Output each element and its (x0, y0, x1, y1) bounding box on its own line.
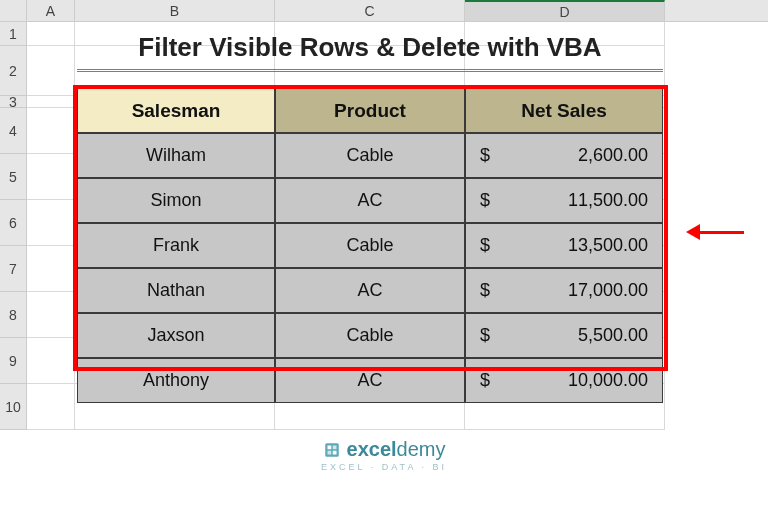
cell-salesman[interactable]: Jaxson (77, 313, 275, 358)
cell-A5[interactable] (27, 154, 75, 200)
svg-rect-1 (327, 445, 331, 449)
currency-symbol: $ (480, 190, 490, 211)
cell-A7[interactable] (27, 246, 75, 292)
cell-product[interactable]: Cable (275, 223, 465, 268)
currency-symbol: $ (480, 370, 490, 391)
arrow-indicator (686, 222, 746, 242)
cell-A1[interactable] (27, 22, 75, 46)
svg-rect-0 (325, 443, 339, 457)
cell-A8[interactable] (27, 292, 75, 338)
cell-product[interactable]: AC (275, 358, 465, 403)
page-title-text: Filter Visible Rows & Delete with VBA (138, 32, 601, 63)
arrow-left-icon (686, 224, 700, 240)
column-header-D[interactable]: D (465, 0, 665, 21)
brand-row: exceldemy (0, 438, 768, 461)
svg-rect-4 (332, 450, 336, 454)
table-row: Wilham Cable $2,600.00 (77, 133, 663, 178)
netsales-value: 2,600.00 (578, 145, 648, 166)
select-all-corner[interactable] (0, 0, 27, 21)
data-table: Salesman Product Net Sales Wilham Cable … (77, 88, 663, 403)
cell-A3[interactable] (27, 96, 75, 108)
cell-netsales[interactable]: $5,500.00 (465, 313, 663, 358)
row-header-5[interactable]: 5 (0, 154, 27, 200)
table-row: Simon AC $11,500.00 (77, 178, 663, 223)
cell-A6[interactable] (27, 200, 75, 246)
cell-salesman[interactable]: Simon (77, 178, 275, 223)
row-header-7[interactable]: 7 (0, 246, 27, 292)
row-header-col: 1 2 3 4 5 6 7 8 9 10 (0, 22, 27, 430)
svg-rect-3 (327, 450, 331, 454)
table-row: Jaxson Cable $5,500.00 (77, 313, 663, 358)
table-row: Nathan AC $17,000.00 (77, 268, 663, 313)
brand-name: exceldemy (347, 438, 446, 461)
brand-logo-icon (323, 441, 341, 459)
cell-product[interactable]: AC (275, 268, 465, 313)
column-header-row: A B C D (0, 0, 768, 22)
cell-salesman[interactable]: Wilham (77, 133, 275, 178)
currency-symbol: $ (480, 235, 490, 256)
cell-product[interactable]: Cable (275, 313, 465, 358)
row-header-6[interactable]: 6 (0, 200, 27, 246)
netsales-value: 5,500.00 (578, 325, 648, 346)
cell-salesman[interactable]: Anthony (77, 358, 275, 403)
cell-product[interactable]: Cable (275, 133, 465, 178)
cell-salesman[interactable]: Nathan (77, 268, 275, 313)
row-header-3[interactable]: 3 (0, 96, 27, 108)
column-header-B[interactable]: B (75, 0, 275, 21)
column-header-C[interactable]: C (275, 0, 465, 21)
currency-symbol: $ (480, 280, 490, 301)
brand-tagline: EXCEL · DATA · BI (0, 462, 768, 472)
table-row: Anthony AC $10,000.00 (77, 358, 663, 403)
cell-netsales[interactable]: $17,000.00 (465, 268, 663, 313)
header-product[interactable]: Product (275, 88, 465, 133)
cell-netsales[interactable]: $10,000.00 (465, 358, 663, 403)
cell-netsales[interactable]: $2,600.00 (465, 133, 663, 178)
currency-symbol: $ (480, 325, 490, 346)
cell-A9[interactable] (27, 338, 75, 384)
cell-A10[interactable] (27, 384, 75, 430)
cell-A2[interactable] (27, 46, 75, 96)
netsales-value: 11,500.00 (568, 190, 648, 211)
table-row: Frank Cable $13,500.00 (77, 223, 663, 268)
netsales-value: 13,500.00 (568, 235, 648, 256)
header-netsales[interactable]: Net Sales (465, 88, 663, 133)
cell-salesman[interactable]: Frank (77, 223, 275, 268)
cell-A4[interactable] (27, 108, 75, 154)
brand-name-rest: demy (397, 438, 446, 460)
cell-netsales[interactable]: $13,500.00 (465, 223, 663, 268)
row-header-1[interactable]: 1 (0, 22, 27, 46)
row-header-8[interactable]: 8 (0, 292, 27, 338)
header-salesman[interactable]: Salesman (77, 88, 275, 133)
netsales-value: 17,000.00 (568, 280, 648, 301)
cell-product[interactable]: AC (275, 178, 465, 223)
spreadsheet: A B C D 1 2 3 4 5 6 7 8 9 10 (0, 0, 768, 430)
row-header-10[interactable]: 10 (0, 384, 27, 430)
svg-rect-2 (332, 445, 336, 449)
page-title: Filter Visible Rows & Delete with VBA (77, 26, 663, 72)
column-header-A[interactable]: A (27, 0, 75, 21)
arrow-line (700, 231, 744, 234)
table-header-row: Salesman Product Net Sales (77, 88, 663, 133)
row-header-9[interactable]: 9 (0, 338, 27, 384)
row-header-2[interactable]: 2 (0, 46, 27, 96)
row-header-4[interactable]: 4 (0, 108, 27, 154)
brand-name-bold: excel (347, 438, 397, 460)
currency-symbol: $ (480, 145, 490, 166)
netsales-value: 10,000.00 (568, 370, 648, 391)
cell-netsales[interactable]: $11,500.00 (465, 178, 663, 223)
